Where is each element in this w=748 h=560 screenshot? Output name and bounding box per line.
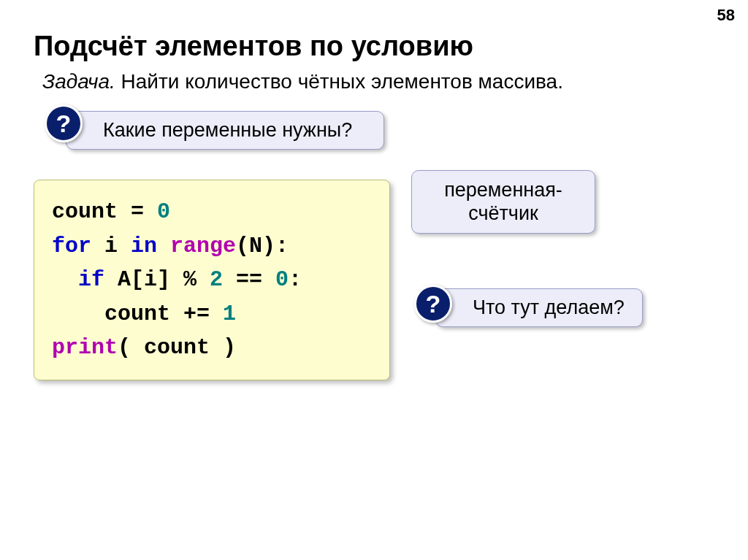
code-token — [157, 234, 170, 258]
code-keyword-for: for — [52, 234, 91, 258]
page-number: 58 — [717, 6, 735, 25]
callout-text: Что тут делаем? — [473, 296, 625, 318]
callout-counter-variable: переменная- счётчик — [411, 170, 595, 234]
callout-text: Какие переменные нужны? — [103, 119, 352, 141]
callout-question-variables: ? Какие переменные нужны? — [66, 111, 384, 150]
callout-question-what-doing: ? Что тут делаем? — [435, 288, 643, 327]
code-token: ( count ) — [118, 335, 236, 360]
task-text: Найти количество чётных элементов массив… — [115, 70, 563, 93]
code-token: : — [289, 267, 302, 292]
code-token: A[i] % — [104, 267, 210, 292]
question-mark-icon: ? — [45, 104, 83, 142]
code-token: (N): — [236, 234, 289, 258]
code-func-print: print — [52, 335, 118, 360]
code-indent — [52, 267, 78, 292]
code-block: count = 0 for i in range(N): if A[i] % 2… — [34, 180, 390, 380]
code-keyword-in: in — [131, 234, 157, 258]
code-number: 0 — [157, 199, 170, 224]
slide-title: Подсчёт элементов по условию — [34, 31, 473, 62]
code-token: count = — [52, 199, 157, 224]
code-number: 1 — [223, 302, 236, 326]
code-func-range: range — [170, 234, 236, 258]
question-mark-icon: ? — [414, 285, 452, 323]
code-number: 2 — [210, 267, 223, 292]
task-label: Задача. — [42, 70, 115, 93]
code-number: 0 — [275, 267, 289, 292]
task-statement: Задача. Найти количество чётных элементо… — [42, 70, 563, 93]
callout-line2: счётчик — [468, 202, 538, 224]
code-token: i — [91, 234, 131, 258]
code-token: count += — [52, 302, 223, 326]
code-keyword-if: if — [78, 267, 104, 292]
code-token: == — [223, 267, 275, 292]
callout-line1: переменная- — [444, 179, 562, 201]
